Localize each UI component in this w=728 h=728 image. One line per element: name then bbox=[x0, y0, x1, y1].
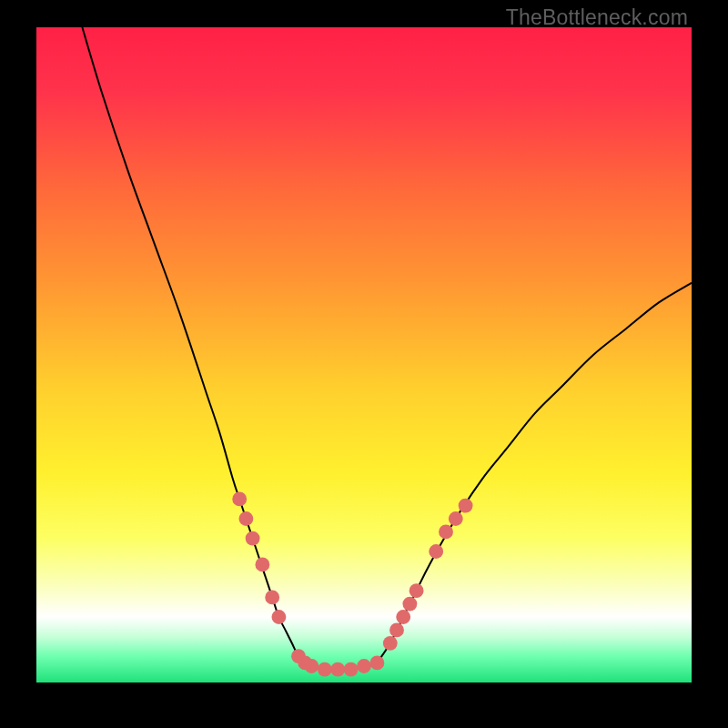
marker-dot bbox=[330, 662, 345, 677]
marker-dot bbox=[429, 544, 443, 559]
marker-dot bbox=[439, 524, 453, 539]
chart-container: TheBottleneck.com bbox=[0, 0, 728, 728]
marker-dot bbox=[369, 655, 384, 670]
marker-dot bbox=[318, 662, 332, 677]
marker-dot bbox=[383, 636, 398, 651]
marker-dot bbox=[357, 659, 371, 673]
marker-dot bbox=[238, 511, 253, 526]
watermark-text: TheBottleneck.com bbox=[506, 5, 688, 30]
marker-dot bbox=[344, 662, 359, 677]
marker-dot bbox=[402, 597, 417, 612]
marker-dot bbox=[304, 659, 318, 673]
marker-dot bbox=[389, 622, 404, 637]
plot-area bbox=[36, 27, 692, 696]
marker-dot bbox=[271, 610, 286, 624]
marker-dot bbox=[255, 557, 269, 571]
chart-svg bbox=[36, 27, 692, 682]
marker-dot bbox=[449, 511, 463, 526]
marker-dot bbox=[265, 590, 279, 604]
data-curves bbox=[82, 27, 692, 671]
marker-dot bbox=[410, 583, 424, 598]
marker-dot bbox=[396, 610, 410, 624]
marker-dot bbox=[459, 499, 473, 513]
marker-dot bbox=[246, 531, 260, 546]
v-curve bbox=[82, 27, 692, 671]
marker-dot bbox=[232, 491, 247, 506]
